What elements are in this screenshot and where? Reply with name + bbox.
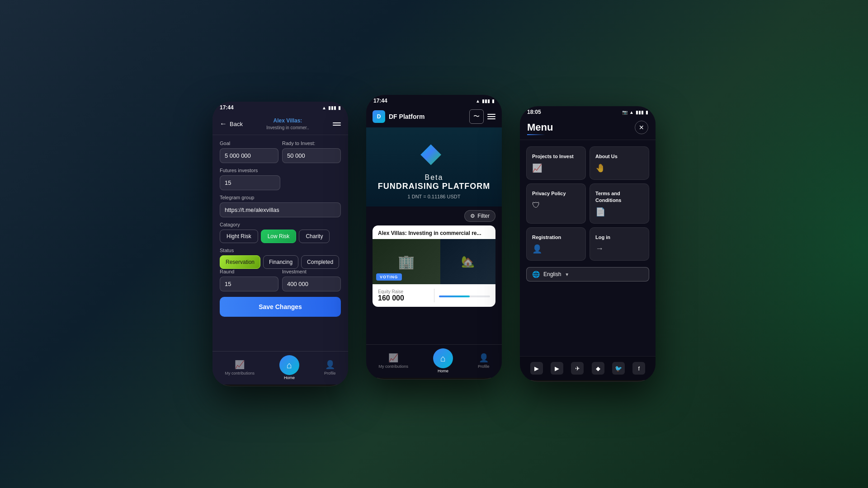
- filter-button[interactable]: ⚙ Filter: [464, 210, 495, 222]
- home-label: Home: [284, 375, 295, 380]
- nav-profile[interactable]: 👤 Profile: [324, 360, 336, 375]
- projects-icon: 📈: [532, 163, 542, 173]
- social-twitch-icon[interactable]: ▶: [530, 362, 543, 375]
- hero-section: Beta FUNDRAISING PLATFORM 1 DNT = 0.1118…: [366, 127, 502, 206]
- left-bottom-nav: 📈 My contributions ⌂ Home 👤 Profile: [212, 351, 348, 385]
- menu-line3: [487, 118, 495, 119]
- center-logo-row: D DF Platform: [373, 110, 425, 123]
- status-financing[interactable]: Financing: [263, 255, 298, 269]
- center-battery-icon: ▮: [492, 99, 495, 103]
- progress-section: [439, 294, 491, 297]
- wifi-icon: ▲: [322, 105, 326, 110]
- about-icon: 🤚: [595, 163, 605, 173]
- close-button[interactable]: ✕: [635, 121, 648, 134]
- hero-rate: 1 DNT = 0.11186 USDT: [408, 194, 461, 199]
- status-completed[interactable]: Completed: [301, 255, 339, 269]
- category-low-risk[interactable]: Low Risk: [261, 230, 297, 243]
- left-time: 17:44: [220, 104, 234, 111]
- beta-logo: [418, 136, 450, 168]
- center-contributions-icon: 📈: [388, 353, 398, 363]
- center-time: 17:44: [373, 98, 387, 104]
- investment-field-group: Investment: [282, 269, 341, 291]
- center-bottom-nav: 📈 My contributions ⌂ Home 👤 Profile: [366, 344, 502, 378]
- card-images: VOTING: [373, 239, 495, 284]
- project-card[interactable]: Alex Villas: Investing in commercial re.…: [373, 225, 495, 307]
- center-menu-button[interactable]: [487, 114, 495, 119]
- menu-item-projects[interactable]: Projects to Invest 📈: [526, 146, 586, 180]
- investment-input[interactable]: [282, 277, 341, 291]
- menu-item-registration[interactable]: Registration 👤: [526, 227, 586, 261]
- menu-line2: [487, 116, 495, 117]
- right-status-icons: 📷 ▲ ▮▮▮ ▮: [622, 110, 648, 115]
- category-label: Catagory: [220, 222, 341, 227]
- right-charge-icon: ▮: [646, 110, 648, 115]
- privacy-label: Privacy Policy: [532, 190, 566, 197]
- ready-input[interactable]: [282, 148, 341, 163]
- menu-line1: [487, 114, 495, 115]
- language-label: English: [543, 271, 561, 277]
- beta-label: Beta: [425, 174, 443, 182]
- investment-label: Investment: [282, 269, 341, 274]
- social-facebook-icon[interactable]: f: [632, 362, 645, 375]
- right-wifi-icon: ▲: [629, 110, 634, 115]
- goal-input[interactable]: [220, 148, 278, 163]
- hamburger-menu[interactable]: [333, 122, 341, 126]
- social-telegram-icon[interactable]: ✈: [571, 362, 584, 375]
- category-hight-risk[interactable]: Hight Risk: [220, 230, 258, 243]
- right-phone-content: Menu ✕ Projects to Invest 📈 About Us 🤚 P…: [520, 117, 656, 380]
- menu-item-login[interactable]: Log in →: [590, 227, 649, 261]
- center-profile-label: Profile: [478, 364, 490, 369]
- nav-contributions[interactable]: 📈 My contributions: [225, 360, 255, 375]
- card-title: Alex Villas: Investing in commercial re.…: [373, 225, 495, 239]
- right-signal-icon: ▮▮▮: [636, 110, 644, 115]
- center-home-label: Home: [438, 369, 448, 373]
- hamburger-line2: [333, 125, 341, 126]
- center-signal-icon: ▮▮▮: [482, 99, 490, 103]
- round-input[interactable]: [220, 277, 278, 291]
- center-header-right: 〜: [469, 109, 495, 124]
- card-image-right: [440, 239, 495, 284]
- language-selector[interactable]: 🌐 English ▼: [526, 267, 649, 282]
- menu-title: Menu: [527, 122, 553, 133]
- beta-logo-shape: [418, 136, 450, 168]
- login-label: Log in: [595, 234, 610, 240]
- save-changes-button[interactable]: Save Changes: [220, 297, 341, 317]
- left-phone: 17:44 ▲ ▮▮▮ ▮ ← Back Alex Villas: Invest…: [212, 102, 348, 386]
- menu-item-about[interactable]: About Us 🤚: [590, 146, 649, 180]
- menu-item-privacy[interactable]: Privacy Policy 🛡: [526, 183, 586, 224]
- equity-amount: 160 000: [378, 294, 429, 302]
- center-nav-contributions[interactable]: 📈 My contributions: [378, 353, 408, 369]
- ready-label: Rady to Invest:: [282, 141, 341, 146]
- equity-label: Equity Raise: [378, 289, 429, 294]
- category-charity[interactable]: Charity: [299, 230, 330, 243]
- center-home-icon: ⌂: [440, 353, 446, 364]
- header-title: Alex Villas: Investing in commer..: [266, 117, 309, 131]
- nav-home[interactable]: ⌂ Home: [279, 355, 299, 380]
- menu-item-terms[interactable]: Terms and Conditions 📄: [590, 183, 649, 224]
- back-button[interactable]: ← Back: [220, 120, 243, 128]
- goal-ready-row: Goal Rady to Invest:: [220, 141, 341, 163]
- center-nav-profile[interactable]: 👤 Profile: [478, 353, 490, 369]
- center-nav-home[interactable]: ⌂ Home: [433, 348, 453, 373]
- telegram-input[interactable]: [220, 202, 341, 217]
- ready-field-group: Rady to Invest:: [282, 141, 341, 163]
- futures-input[interactable]: [220, 175, 280, 190]
- left-phone-content: ← Back Alex Villas: Investing in commer.…: [212, 113, 348, 385]
- signal-icon: ▮▮▮: [328, 105, 336, 110]
- battery-icon: ▮: [338, 105, 341, 110]
- center-header: D DF Platform 〜: [366, 106, 502, 127]
- header-title-line2: Investing in commer..: [266, 125, 309, 131]
- wave-button[interactable]: 〜: [469, 109, 484, 124]
- about-label: About Us: [595, 153, 618, 160]
- futures-label: Futures investors: [220, 168, 341, 173]
- social-youtube-icon[interactable]: ▶: [551, 362, 563, 375]
- left-status-bar: 17:44 ▲ ▮▮▮ ▮: [212, 102, 348, 113]
- card-image-left: VOTING: [373, 239, 440, 284]
- social-twitter-icon[interactable]: 🐦: [612, 362, 625, 375]
- center-status-bar: 17:44 ▲ ▮▮▮ ▮: [366, 95, 502, 106]
- goal-field-group: Goal: [220, 141, 278, 163]
- center-phone: 17:44 ▲ ▮▮▮ ▮ D DF Platform 〜: [366, 95, 502, 380]
- status-reservation[interactable]: Reservation: [220, 255, 260, 269]
- social-discord-icon[interactable]: ◆: [592, 362, 604, 375]
- terms-label: Terms and Conditions: [595, 190, 643, 203]
